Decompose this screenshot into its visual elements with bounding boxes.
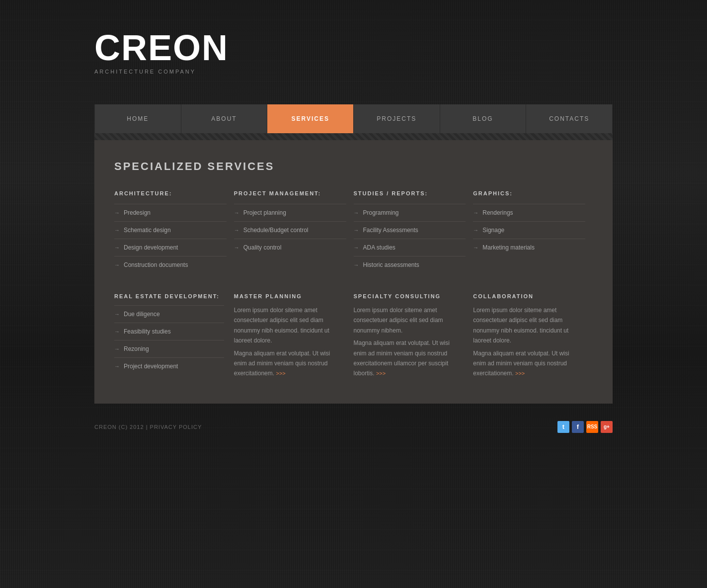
nav-blog[interactable]: BLOG [440,104,527,133]
site-title: CREON [94,30,613,66]
architecture-item-2: Design development [124,244,178,251]
arrow-icon: → [114,311,120,317]
real-estate-col: REAL ESTATE DEVELOPMENT: → Due diligence… [114,293,234,379]
arrow-icon: → [234,227,239,233]
list-item[interactable]: → Facility Assessments [354,221,466,239]
sr-item-0: Programming [363,209,399,216]
list-item[interactable]: → Schematic design [114,221,227,239]
re-item-1: Feasibility studies [124,328,171,335]
nav-home[interactable]: HOME [94,104,181,133]
facebook-icon[interactable]: f [572,421,584,433]
list-item[interactable]: → Due diligence [114,305,224,323]
list-item[interactable]: → Feasibility studies [114,323,224,340]
nav-services[interactable]: SERVICES [267,104,354,133]
graphics-item-1: Signage [482,227,504,234]
site-subtitle: ARCHITECTURE COMPANY [94,69,613,75]
nav-projects[interactable]: PROJECTS [354,104,440,133]
collaboration-body2: Magna aliquam erat volutpat. Ut wisi eni… [473,348,583,379]
master-planning-body: Lorem ipsum dolor siteme amet consectetu… [234,305,344,346]
list-item[interactable]: → Renderings [473,204,585,221]
sr-item-1: Facility Assessments [363,227,418,234]
nav-stripe [94,133,613,140]
arrow-icon: → [354,227,359,233]
list-item[interactable]: → Project development [114,357,224,375]
graphics-item-2: Marketing materials [482,244,535,251]
main-nav: HOME ABOUT SERVICES PROJECTS BLOG CONTAC… [94,104,613,133]
arrow-icon: → [114,329,120,335]
services-grid-row1: ARCHITECTURE: → Predesign → Schematic de… [114,190,593,273]
specialty-consulting-body2: Magna aliquam erat volutpat. Ut wisi eni… [354,338,464,379]
re-item-0: Due diligence [124,311,160,318]
list-item[interactable]: → Programming [354,204,466,221]
list-item[interactable]: → ADA studies [354,239,466,256]
specialty-consulting-col: SPECIALTY CONSULTING Lorem ipsum dolor s… [354,293,473,379]
google-plus-icon[interactable]: g+ [601,421,613,433]
pm-item-2: Quality control [243,244,282,251]
services-grid-row2: REAL ESTATE DEVELOPMENT: → Due diligence… [114,293,593,379]
re-item-3: Project development [124,363,178,370]
social-icons-group: t f RSS g+ [557,421,613,433]
arrow-icon: → [354,262,359,268]
arrow-icon: → [114,245,120,251]
master-planning-readmore[interactable]: >>> [276,370,285,376]
arrow-icon: → [354,210,359,216]
arrow-icon: → [114,363,120,369]
studies-reports-col: STUDIES / REPORTS: → Programming → Facil… [354,190,473,273]
arrow-icon: → [114,210,120,216]
architecture-item-0: Predesign [124,209,151,216]
list-item[interactable]: → Schedule/Budget control [234,221,346,239]
arrow-icon: → [234,210,239,216]
project-management-col: PROJECT MANAGEMENT: → Project planning →… [234,190,354,273]
arrow-icon: → [473,227,478,233]
list-item[interactable]: → Design development [114,239,227,256]
project-management-header: PROJECT MANAGEMENT: [234,190,346,196]
arrow-icon: → [114,262,120,268]
arrow-icon: → [354,245,359,251]
list-item[interactable]: → Project planning [234,204,346,221]
sr-item-2: ADA studies [363,244,395,251]
collaboration-col: COLLABORATION Lorem ipsum dolor siteme a… [473,293,593,379]
studies-reports-header: STUDIES / REPORTS: [354,190,466,196]
site-header: CREON ARCHITECTURE COMPANY [94,0,613,89]
site-footer: CREON (C) 2012 | PRIVACY POLICY t f RSS … [94,409,613,445]
specialty-consulting-readmore[interactable]: >>> [376,370,386,376]
list-item[interactable]: → Historic assessments [354,256,466,273]
sr-item-3: Historic assessments [363,261,419,268]
collaboration-header: COLLABORATION [473,293,583,299]
arrow-icon: → [473,210,478,216]
architecture-item-1: Schematic design [124,227,171,234]
list-item[interactable]: → Signage [473,221,585,239]
pm-item-1: Schedule/Budget control [243,227,309,234]
list-item[interactable]: → Construction documents [114,256,227,273]
arrow-icon: → [473,245,478,251]
master-planning-body2: Magna aliquam erat volutpat. Ut wisi eni… [234,348,344,379]
list-item[interactable]: → Quality control [234,239,346,256]
master-planning-col: MASTER PLANNING Lorem ipsum dolor siteme… [234,293,354,379]
architecture-col: ARCHITECTURE: → Predesign → Schematic de… [114,190,234,273]
nav-about[interactable]: ABOUT [181,104,268,133]
nav-contacts[interactable]: CONTACTS [526,104,613,133]
pm-item-0: Project planning [243,209,286,216]
arrow-icon: → [114,346,120,352]
graphics-col: GRAPHICS: → Renderings → Signage → Marke… [473,190,593,273]
list-item[interactable]: → Rezoning [114,340,224,357]
real-estate-header: REAL ESTATE DEVELOPMENT: [114,293,224,299]
re-item-2: Rezoning [124,345,149,352]
collaboration-readmore[interactable]: >>> [515,370,525,376]
graphics-header: GRAPHICS: [473,190,585,196]
arrow-icon: → [234,245,239,251]
graphics-item-0: Renderings [482,209,513,216]
twitter-icon[interactable]: t [557,421,569,433]
specialty-consulting-body: Lorem ipsum dolor siteme amet consectetu… [354,305,464,336]
list-item[interactable]: → Marketing materials [473,239,585,256]
content-panel: SPECIALIZED SERVICES ARCHITECTURE: → Pre… [94,140,613,404]
architecture-header: ARCHITECTURE: [114,190,227,196]
rss-icon[interactable]: RSS [586,421,598,433]
footer-copyright: CREON (C) 2012 | PRIVACY POLICY [94,424,202,430]
list-item[interactable]: → Predesign [114,204,227,221]
arrow-icon: → [114,227,120,233]
architecture-item-3: Construction documents [124,261,188,268]
section-title: SPECIALIZED SERVICES [114,160,593,173]
master-planning-header: MASTER PLANNING [234,293,344,299]
specialty-consulting-header: SPECIALTY CONSULTING [354,293,464,299]
